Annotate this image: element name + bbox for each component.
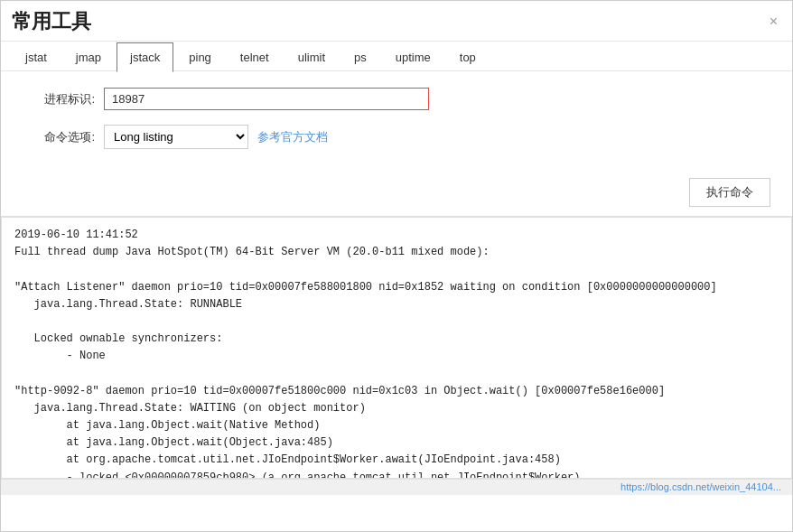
- tab-bar: jstat jmap jstack ping telnet ulimit ps …: [1, 42, 792, 71]
- exec-button[interactable]: 执行命令: [689, 178, 770, 207]
- title-bar: 常用工具 ×: [1, 1, 792, 42]
- tab-ulimit[interactable]: ulimit: [285, 42, 339, 72]
- pid-row: 进程标识:: [23, 88, 770, 110]
- output-content[interactable]: 2019-06-10 11:41:52 Full thread dump Jav…: [1, 217, 792, 479]
- action-bar: 执行命令: [1, 173, 792, 216]
- form-section: 进程标识: 命令选项: Long listing Normal listing …: [1, 71, 792, 173]
- doc-link[interactable]: 参考官方文档: [257, 129, 328, 145]
- main-window: 常用工具 × jstat jmap jstack ping telnet uli…: [0, 0, 793, 532]
- url-text: https://blog.csdn.net/weixin_44104...: [620, 481, 781, 492]
- option-row: 命令选项: Long listing Normal listing Mixed …: [23, 125, 770, 149]
- pid-input[interactable]: [104, 88, 429, 110]
- tab-top[interactable]: top: [446, 42, 490, 72]
- pid-label: 进程标识:: [23, 91, 95, 107]
- option-select[interactable]: Long listing Normal listing Mixed mode: [104, 125, 248, 149]
- tab-jstat[interactable]: jstat: [12, 42, 61, 72]
- tab-jstack[interactable]: jstack: [117, 42, 173, 72]
- tab-uptime[interactable]: uptime: [382, 42, 444, 72]
- tab-jmap[interactable]: jmap: [62, 42, 115, 72]
- page-title: 常用工具: [12, 8, 91, 35]
- output-section: 2019-06-10 11:41:52 Full thread dump Jav…: [1, 216, 792, 479]
- option-label: 命令选项:: [23, 129, 95, 145]
- tab-ps[interactable]: ps: [341, 42, 380, 72]
- tab-ping[interactable]: ping: [175, 42, 225, 72]
- tab-telnet[interactable]: telnet: [227, 42, 283, 72]
- option-select-wrap: Long listing Normal listing Mixed mode 参…: [104, 125, 328, 149]
- close-button[interactable]: ×: [766, 14, 781, 29]
- bottom-bar: https://blog.csdn.net/weixin_44104...: [1, 479, 792, 495]
